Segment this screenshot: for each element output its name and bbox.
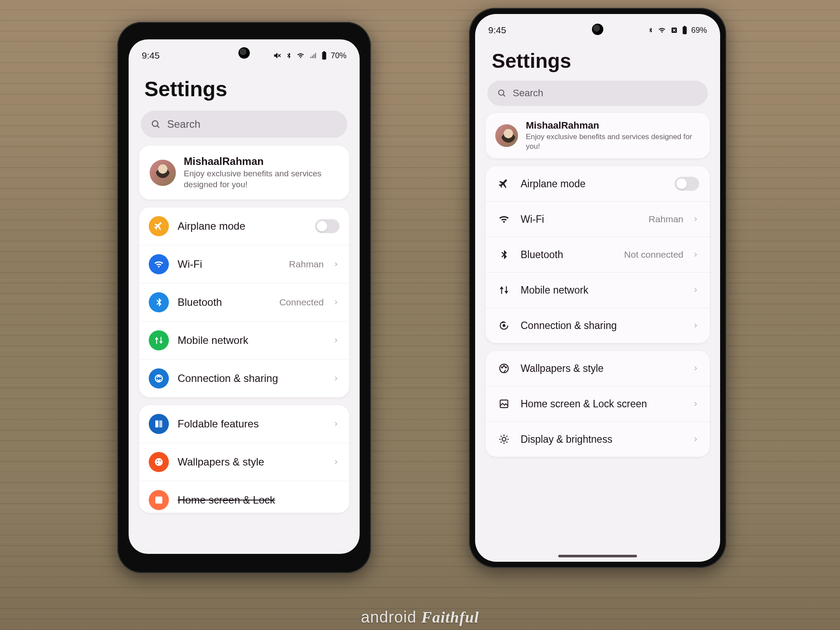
svg-point-22 [502, 438, 506, 441]
svg-point-20 [505, 367, 507, 368]
row-label: Airplane mode [521, 178, 666, 190]
brightness-icon [496, 431, 512, 447]
chevron-right-icon [692, 399, 699, 409]
wifi-icon [296, 52, 305, 60]
row-value: Not connected [624, 249, 683, 260]
airplane-toggle[interactable] [315, 219, 340, 233]
avatar [150, 160, 176, 186]
phone-right-frame: 9:45 69% Settings Search MishaalRahman E… [469, 8, 726, 568]
chevron-right-icon [332, 335, 340, 346]
bluetooth-icon [496, 247, 512, 262]
connectivity-group: Airplane mode Wi-Fi Rahman Bluetooth Con… [139, 207, 349, 397]
watermark-word-1: android [361, 608, 416, 626]
svg-rect-10 [155, 497, 162, 504]
search-icon [150, 119, 161, 130]
wifi-icon [149, 254, 169, 274]
row-value: Connected [279, 297, 324, 308]
row-display-brightness[interactable]: Display & brightness [486, 421, 710, 457]
row-airplane-mode[interactable]: Airplane mode [139, 207, 349, 245]
gesture-bar[interactable] [558, 555, 637, 557]
row-label: Bluetooth [178, 296, 270, 308]
chevron-right-icon [692, 285, 699, 295]
profile-card[interactable]: MishaalRahman Enjoy exclusive benefits a… [139, 146, 349, 200]
search-input[interactable]: Search [141, 111, 347, 138]
row-label: Bluetooth [521, 249, 616, 261]
phone-left-frame: 9:45 70% Settings Search MishaalRahman E… [117, 22, 371, 573]
row-airplane-mode[interactable]: Airplane mode [486, 166, 710, 201]
chevron-right-icon [332, 297, 340, 308]
wallpapers-icon [496, 360, 512, 376]
wifi-icon [657, 26, 667, 34]
row-label: Wi-Fi [178, 258, 280, 270]
row-wallpapers-style[interactable]: Wallpapers & style [139, 443, 349, 481]
profile-subtitle: Enjoy exclusive benefits and services de… [184, 168, 339, 190]
page-title: Settings [129, 64, 360, 111]
profile-card[interactable]: MishaalRahman Enjoy exclusive benefits a… [486, 113, 710, 158]
row-home-lock-screen[interactable]: Home screen & Lock screen [486, 386, 710, 421]
chevron-right-icon [692, 434, 699, 444]
wifi-icon [496, 211, 512, 227]
personalization-group: Foldable features Wallpapers & style Hom… [139, 405, 349, 513]
search-placeholder: Search [513, 88, 543, 99]
row-connection-sharing[interactable]: Connection & sharing [486, 308, 710, 343]
row-label: Connection & sharing [178, 372, 324, 385]
search-input[interactable]: Search [487, 80, 708, 106]
chevron-right-icon [692, 249, 699, 260]
row-wallpapers-style[interactable]: Wallpapers & style [486, 351, 710, 386]
connectivity-group: Airplane mode Wi-Fi Rahman Bluetooth Not… [486, 166, 710, 343]
row-label: Home screen & Lock [178, 494, 340, 506]
svg-point-6 [155, 458, 163, 466]
row-mobile-network[interactable]: Mobile network [139, 321, 349, 359]
phone-right-screen: 9:45 69% Settings Search MishaalRahman E… [475, 14, 720, 562]
mobile-network-icon [149, 330, 169, 350]
row-home-lock[interactable]: Home screen & Lock [139, 481, 349, 513]
row-label: Home screen & Lock screen [521, 398, 683, 410]
chevron-right-icon [332, 457, 340, 467]
svg-point-2 [152, 121, 158, 126]
row-wifi[interactable]: Wi-Fi Rahman [486, 201, 710, 237]
row-label: Mobile network [178, 334, 324, 346]
status-battery: 70% [331, 51, 346, 60]
home-lock-icon [496, 396, 512, 412]
airplane-toggle[interactable] [675, 177, 699, 191]
row-label: Foldable features [178, 418, 324, 430]
svg-point-9 [157, 463, 158, 464]
connection-sharing-icon [496, 318, 512, 333]
page-title: Settings [475, 38, 720, 80]
row-wifi[interactable]: Wi-Fi Rahman [139, 245, 349, 283]
home-lock-icon [149, 490, 169, 510]
row-label: Connection & sharing [521, 320, 683, 332]
profile-name: MishaalRahman [526, 120, 700, 131]
row-mobile-network[interactable]: Mobile network [486, 272, 710, 308]
camera-hole-icon [592, 24, 603, 35]
svg-point-18 [501, 367, 503, 368]
svg-point-16 [503, 325, 505, 326]
search-placeholder: Search [167, 118, 200, 130]
svg-point-15 [499, 90, 504, 95]
svg-rect-5 [159, 420, 162, 427]
connection-sharing-icon [149, 368, 169, 388]
chevron-right-icon [692, 214, 699, 224]
svg-point-8 [160, 460, 161, 462]
camera-hole-icon [238, 47, 250, 59]
row-label: Mobile network [521, 284, 683, 296]
row-label: Wallpapers & style [521, 363, 683, 374]
row-foldable-features[interactable]: Foldable features [139, 405, 349, 443]
chevron-right-icon [332, 373, 340, 384]
row-bluetooth[interactable]: Bluetooth Not connected [486, 237, 710, 272]
avatar [495, 124, 518, 147]
status-time: 9:45 [142, 50, 160, 61]
profile-name: MishaalRahman [184, 155, 339, 168]
personalization-group: Wallpapers & style Home screen & Lock sc… [486, 351, 710, 457]
foldable-icon [149, 414, 169, 434]
phone-left-screen: 9:45 70% Settings Search MishaalRahman E… [129, 39, 360, 554]
svg-rect-14 [683, 29, 686, 34]
status-time: 9:45 [488, 25, 506, 35]
row-label: Airplane mode [178, 220, 306, 232]
svg-rect-13 [684, 26, 686, 27]
bluetooth-icon [648, 26, 654, 34]
row-connection-sharing[interactable]: Connection & sharing [139, 359, 349, 397]
row-value: Rahman [289, 259, 324, 270]
status-icons: 70% [273, 51, 346, 60]
row-bluetooth[interactable]: Bluetooth Connected [139, 283, 349, 321]
